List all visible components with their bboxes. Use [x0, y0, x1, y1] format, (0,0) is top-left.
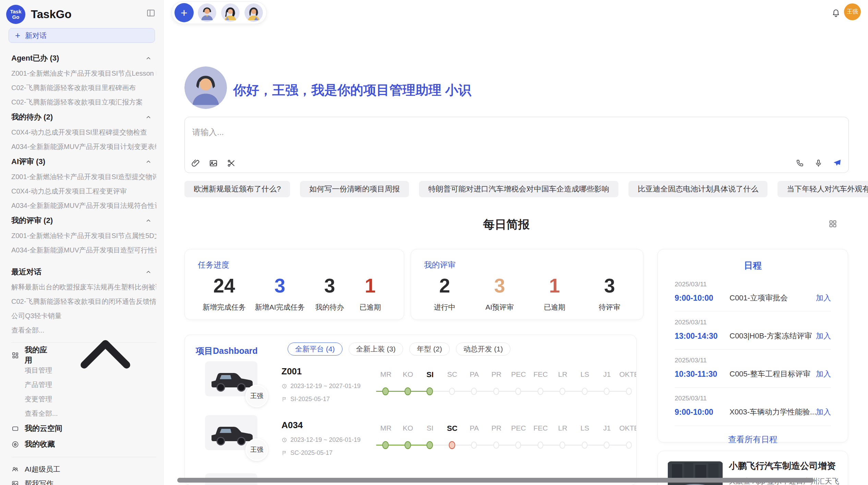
new-session-button[interactable]: +	[174, 3, 194, 22]
schedule-item: 2025/03/1110:30-11:30C005-整车工程目标评审加入	[675, 350, 831, 388]
sidebar-item-favorites[interactable]: 我的收藏	[11, 436, 156, 452]
sidebar-section-header[interactable]: AI评审 (3)	[11, 154, 156, 170]
sidebar-item[interactable]: A034-全新新能源MUV产品开发项目造型可行性评审	[11, 243, 156, 257]
session-switcher: +	[171, 1, 267, 24]
sidebar-item-my-apps[interactable]: 我的应用	[11, 347, 156, 363]
project-name: Z001	[281, 366, 367, 377]
horizontal-scrollbar[interactable]	[177, 478, 814, 483]
stat-value: 3	[255, 276, 305, 296]
dashboard-tab[interactable]: 动总开发 (1)	[456, 343, 511, 356]
join-link[interactable]: 加入	[816, 407, 831, 417]
milestone-label: PA	[463, 424, 485, 432]
suggestion-chip[interactable]: 特朗普可能对进口汽车增税会对中国车企造成哪些影响	[419, 181, 618, 197]
schedule-date: 2025/03/11	[675, 319, 831, 326]
milestone-label: KO	[397, 424, 419, 432]
user-avatar[interactable]: 王强	[844, 3, 861, 20]
new-chat-button[interactable]: + 新对话	[9, 28, 155, 43]
sidebar-item[interactable]: A034-全新新能源MUV产品开发项目计划变更表编写	[11, 139, 156, 154]
notification-bell-icon[interactable]	[831, 8, 841, 18]
project-row: 王强A0342023-12-19 ~ 2026-01-19SC-2025-05-…	[185, 415, 636, 469]
milestone-dot	[493, 442, 499, 449]
insert-image-icon[interactable]	[209, 159, 218, 168]
milestone-dot	[471, 388, 477, 395]
milestone-label: J1	[596, 424, 618, 432]
milestone-dot	[626, 388, 632, 395]
dashboard-tabs: 全新平台 (4)全新上装 (3)年型 (2)动总开发 (1)	[288, 343, 510, 356]
dashboard-tab[interactable]: 全新上装 (3)	[349, 343, 403, 356]
sidebar-item[interactable]: A034-全新新能源MUV产品开发项目法规符合性评审	[11, 198, 156, 213]
sidebar-section-header[interactable]: 我的评审 (2)	[11, 213, 156, 228]
chevron-up-icon	[145, 113, 152, 121]
sidebar-section-header[interactable]: Agent已办 (3)	[11, 50, 156, 66]
sidebar-item[interactable]: C02-飞腾新能源轻客改款项目里程碑画布	[11, 80, 156, 95]
briefing-layout-icon[interactable]	[828, 219, 837, 228]
sidebar-item[interactable]: C0X4-动力总成开发项目工程变更评审	[11, 184, 156, 198]
join-link[interactable]: 加入	[816, 293, 831, 303]
schedule-item: 2025/03/119:00-10:00X003-车辆动力学性能验...加入	[675, 388, 831, 426]
attachment-icon[interactable]	[191, 159, 200, 168]
milestone-dot-complete	[382, 387, 389, 395]
sidebar-item[interactable]: Z001-全新燃油轻卡产品开发项目SI节点属性5D文件评审	[11, 228, 156, 243]
dashboard-tab[interactable]: 全新平台 (4)	[288, 343, 342, 356]
suggestion-chip[interactable]: 比亚迪全固态电池计划具体说了什么	[628, 181, 768, 197]
sidebar-section-header[interactable]: 我的待办 (2)	[11, 109, 156, 125]
milestone-dot-complete	[426, 441, 433, 449]
next-milestone-text: SI-2025-05-17	[290, 396, 330, 403]
stat-value: 3	[484, 276, 515, 296]
milestone-dot	[471, 442, 477, 449]
message-input[interactable]	[185, 117, 848, 149]
sidebar-item-cloud-space[interactable]: 我的云空间	[11, 421, 156, 436]
collapse-sidebar-icon[interactable]	[146, 8, 156, 18]
milestone-dot	[515, 442, 521, 449]
suggestion-chip[interactable]: 欧洲新规最近颁布了什么?	[184, 181, 290, 197]
phone-icon[interactable]	[795, 159, 805, 168]
project-owner-avatar: 王强	[245, 438, 268, 461]
composer	[184, 117, 849, 173]
chevron-up-icon	[145, 158, 152, 165]
star-circle-icon	[11, 440, 19, 448]
session-avatar-2[interactable]	[220, 3, 240, 23]
milestone-dot	[582, 388, 588, 395]
stat: 24新增完成任务	[203, 276, 246, 312]
milestone-dot-complete	[405, 441, 411, 449]
sidebar-tool-image[interactable]: 帮我写作	[11, 476, 156, 485]
sidebar-item[interactable]: 解释最新出台的欧盟报废车法规再生塑料比例被调至15%...	[11, 280, 156, 294]
milestone-label: KO	[397, 370, 419, 378]
sidebar-item[interactable]: Z001-全新燃油皮卡产品开发项目SI节点Lesson Learn报告	[11, 66, 156, 80]
chevron-up-icon	[55, 303, 156, 407]
join-link[interactable]: 加入	[816, 369, 831, 379]
sidebar-item[interactable]: Z001-全新燃油轻卡产品开发项目SI造型提交物评审	[11, 170, 156, 184]
milestone-dot-alert	[449, 441, 455, 449]
session-avatar-1[interactable]	[197, 3, 217, 23]
sidebar-tool-users[interactable]: AI超级员工	[11, 462, 156, 476]
dashboard-tab[interactable]: 年型 (2)	[409, 343, 450, 356]
sidebar-app-item[interactable]: 查看全部...	[11, 406, 156, 421]
send-icon[interactable]	[832, 159, 842, 168]
box-icon	[11, 425, 19, 433]
milestone-dot	[582, 442, 588, 449]
sidebar-item[interactable]: C0X4-动力总成开发项目SI里程碑提交物检查	[11, 125, 156, 139]
stat-label: AI预评审	[484, 302, 515, 312]
plus-icon: +	[15, 30, 20, 41]
session-avatar-3[interactable]	[244, 3, 264, 23]
suggestion-chip[interactable]: 当下年轻人对汽车外观有怎样的喜好趋势	[777, 181, 868, 197]
sidebar-section-header[interactable]: 最近对话	[11, 264, 156, 280]
suggestion-chip[interactable]: 如何写一份清晰的项目周报	[300, 181, 409, 197]
stat-value: 3	[314, 276, 346, 296]
sidebar-header: Task Go TaskGo	[0, 0, 163, 25]
scissors-icon[interactable]	[227, 159, 236, 168]
microphone-icon[interactable]	[814, 159, 823, 168]
daily-briefing-title: 每日简报	[164, 217, 849, 233]
join-link[interactable]: 加入	[816, 331, 831, 341]
milestone-dot	[538, 388, 543, 395]
view-all-schedule-link[interactable]: 查看所有日程	[658, 434, 848, 445]
milestone-label: SC	[441, 370, 463, 378]
stat: 3新增AI完成任务	[255, 276, 305, 312]
milestone-dot	[515, 388, 521, 395]
sidebar-item[interactable]: C02-飞腾新能源轻客改款项目立项汇报方案	[11, 95, 156, 109]
project-row: 王强Z0012023-12-19 ~ 2027-01-19SI-2025-05-…	[185, 361, 636, 415]
stat-label: 新增完成任务	[203, 302, 246, 312]
stat-label: 我的待办	[314, 302, 346, 312]
image-icon	[11, 480, 19, 485]
schedule-list: 2025/03/119:00-10:00C001-立项审批会加入2025/03/…	[658, 272, 848, 426]
